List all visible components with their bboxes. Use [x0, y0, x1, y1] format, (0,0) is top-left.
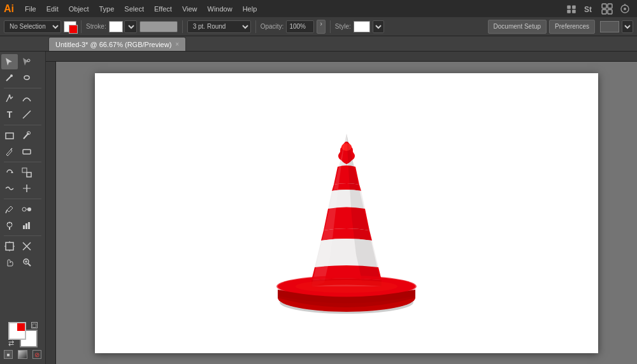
- tool-row-4: T: [1, 107, 44, 122]
- menu-file[interactable]: File: [20, 4, 41, 14]
- menu-object[interactable]: Object: [64, 4, 94, 14]
- svg-line-16: [23, 111, 31, 118]
- scale-tool[interactable]: [18, 165, 35, 180]
- width-tool[interactable]: [18, 181, 35, 196]
- bridge-icon[interactable]: [563, 2, 580, 16]
- slice-tool[interactable]: [18, 239, 35, 254]
- blend-tool[interactable]: [18, 202, 35, 217]
- menu-effect[interactable]: Effect: [150, 4, 176, 14]
- svg-rect-35: [23, 225, 25, 229]
- lasso-tool[interactable]: [18, 70, 35, 85]
- svg-point-15: [9, 95, 11, 97]
- style-swatch[interactable]: [354, 21, 370, 32]
- fill-swatch[interactable]: [64, 21, 76, 32]
- svg-rect-6: [608, 4, 612, 8]
- artboard: [95, 73, 598, 353]
- menu-window[interactable]: Window: [203, 4, 237, 14]
- svg-rect-8: [608, 10, 612, 14]
- tool-row-8: [1, 181, 44, 196]
- document-setup-button[interactable]: Document Setup: [488, 20, 547, 34]
- svg-text:St: St: [584, 5, 592, 14]
- tab-label: Untitled-3* @ 66.67% (RGB/Preview): [55, 41, 171, 48]
- color-area: ⇄ ◻ ■ ⊘: [1, 319, 44, 361]
- rotate-tool[interactable]: [1, 165, 18, 180]
- magic-wand-tool[interactable]: [1, 70, 18, 85]
- grid-icon[interactable]: [599, 2, 615, 16]
- menu-view[interactable]: View: [178, 4, 202, 14]
- divider-4: [330, 20, 331, 33]
- document-tab[interactable]: Untitled-3* @ 66.67% (RGB/Preview) ×: [48, 37, 186, 51]
- ruler-left: [46, 62, 56, 364]
- stroke-swatch[interactable]: [109, 21, 123, 32]
- default-colors-icon[interactable]: ◻: [31, 322, 38, 328]
- svg-point-10: [624, 8, 626, 10]
- control-bar: No Selection Stroke: ↕ 3 pt. Round Opaci…: [0, 17, 637, 36]
- preferences-button[interactable]: Preferences: [549, 20, 595, 34]
- type-tool[interactable]: T: [1, 107, 18, 122]
- svg-rect-36: [25, 223, 27, 229]
- opacity-arrow[interactable]: ›: [317, 20, 325, 34]
- curvature-tool[interactable]: [18, 91, 35, 106]
- svg-marker-21: [11, 171, 13, 173]
- tab-bar: Untitled-3* @ 66.67% (RGB/Preview) ×: [0, 36, 637, 52]
- camera-icon[interactable]: [617, 2, 633, 16]
- arrange-select[interactable]: ▼: [622, 20, 633, 33]
- swap-colors-icon[interactable]: ⇄: [8, 339, 14, 347]
- pencil-tool[interactable]: [1, 144, 18, 159]
- svg-rect-1: [572, 5, 576, 9]
- traffic-cone: [257, 102, 436, 325]
- arrange-swatch[interactable]: [600, 21, 619, 32]
- symbol-sprayer-tool[interactable]: [1, 218, 18, 233]
- svg-line-26: [6, 210, 7, 213]
- eyedropper-tool[interactable]: [1, 202, 18, 217]
- selection-dropdown[interactable]: No Selection: [4, 20, 61, 33]
- svg-rect-3: [572, 10, 576, 13]
- ruler-top: [46, 52, 637, 62]
- svg-rect-20: [23, 150, 31, 154]
- pen-tool[interactable]: [1, 91, 18, 106]
- svg-line-13: [6, 76, 11, 81]
- svg-rect-5: [602, 4, 606, 8]
- svg-rect-22: [22, 168, 27, 172]
- solid-color-icon[interactable]: ■: [4, 350, 13, 359]
- menu-select[interactable]: Select: [120, 4, 148, 14]
- column-graph-tool[interactable]: [18, 218, 35, 233]
- svg-rect-38: [6, 242, 13, 250]
- svg-rect-17: [6, 133, 13, 139]
- artboard-tool[interactable]: [1, 239, 18, 254]
- hand-tool[interactable]: [1, 255, 18, 270]
- direct-selection-tool[interactable]: [18, 54, 35, 69]
- menu-edit[interactable]: Edit: [42, 4, 63, 14]
- tab-close-icon[interactable]: ×: [175, 41, 179, 48]
- eraser-tool[interactable]: [18, 144, 35, 159]
- rectangle-tool[interactable]: [1, 128, 18, 143]
- app-logo: Ai: [4, 3, 14, 15]
- menu-help[interactable]: Help: [238, 4, 262, 14]
- color-mode-icons: ■ ⊘: [4, 350, 41, 359]
- stroke-style-select[interactable]: 3 pt. Round: [187, 20, 251, 33]
- tool-row-7: [1, 165, 44, 180]
- foreground-color-swatch[interactable]: [8, 322, 26, 340]
- style-select[interactable]: ▼: [373, 20, 384, 33]
- svg-point-28: [27, 207, 31, 211]
- menu-type[interactable]: Type: [95, 4, 119, 14]
- tool-row-3: [1, 91, 44, 106]
- line-tool[interactable]: [18, 107, 35, 122]
- paintbrush-tool[interactable]: [18, 128, 35, 143]
- stock-icon[interactable]: St: [581, 2, 598, 16]
- selection-tool[interactable]: [1, 54, 18, 69]
- tool-row-6: [1, 144, 44, 159]
- svg-rect-37: [28, 222, 30, 229]
- opacity-input[interactable]: [286, 20, 314, 33]
- divider-1: [81, 20, 82, 33]
- gradient-icon[interactable]: [18, 350, 27, 359]
- stroke-weight-select[interactable]: ↕: [124, 20, 137, 33]
- svg-point-33: [11, 223, 12, 224]
- zoom-tool[interactable]: [18, 255, 35, 270]
- divider-2: [182, 20, 183, 33]
- tool-row-10: [1, 218, 44, 233]
- tool-row-2: [1, 70, 44, 85]
- warp-tool[interactable]: [1, 181, 18, 196]
- menu-bar: Ai File Edit Object Type Select Effect V…: [0, 0, 637, 17]
- no-color-icon[interactable]: ⊘: [32, 350, 41, 359]
